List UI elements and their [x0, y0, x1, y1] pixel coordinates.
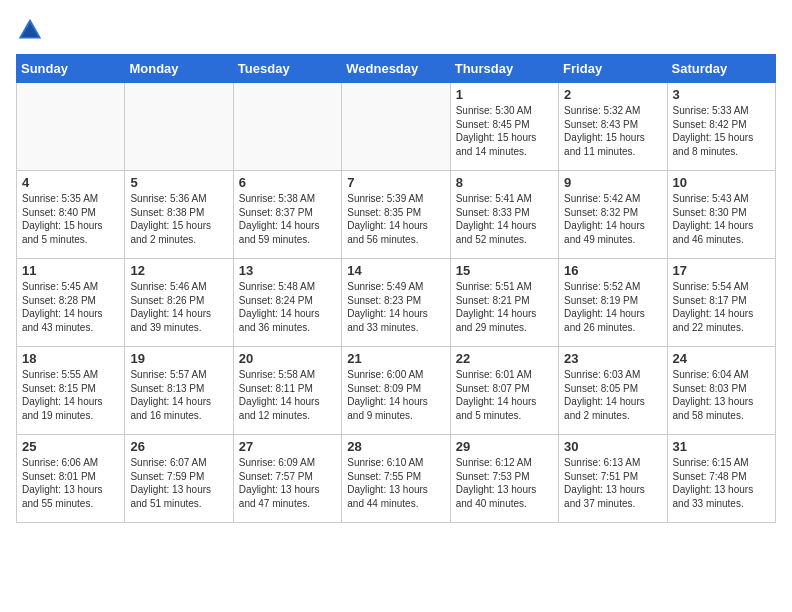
calendar-cell: 8Sunrise: 5:41 AM Sunset: 8:33 PM Daylig…	[450, 171, 558, 259]
day-info: Sunrise: 5:46 AM Sunset: 8:26 PM Dayligh…	[130, 280, 227, 334]
day-info: Sunrise: 6:07 AM Sunset: 7:59 PM Dayligh…	[130, 456, 227, 510]
day-info: Sunrise: 5:54 AM Sunset: 8:17 PM Dayligh…	[673, 280, 770, 334]
day-number: 28	[347, 439, 444, 454]
day-number: 5	[130, 175, 227, 190]
day-number: 16	[564, 263, 661, 278]
day-number: 3	[673, 87, 770, 102]
day-number: 21	[347, 351, 444, 366]
day-info: Sunrise: 5:51 AM Sunset: 8:21 PM Dayligh…	[456, 280, 553, 334]
calendar-cell: 5Sunrise: 5:36 AM Sunset: 8:38 PM Daylig…	[125, 171, 233, 259]
day-info: Sunrise: 5:43 AM Sunset: 8:30 PM Dayligh…	[673, 192, 770, 246]
day-info: Sunrise: 5:38 AM Sunset: 8:37 PM Dayligh…	[239, 192, 336, 246]
day-info: Sunrise: 5:45 AM Sunset: 8:28 PM Dayligh…	[22, 280, 119, 334]
calendar-cell	[342, 83, 450, 171]
calendar-week-2: 4Sunrise: 5:35 AM Sunset: 8:40 PM Daylig…	[17, 171, 776, 259]
day-info: Sunrise: 6:04 AM Sunset: 8:03 PM Dayligh…	[673, 368, 770, 422]
day-info: Sunrise: 5:48 AM Sunset: 8:24 PM Dayligh…	[239, 280, 336, 334]
day-info: Sunrise: 6:09 AM Sunset: 7:57 PM Dayligh…	[239, 456, 336, 510]
day-info: Sunrise: 6:03 AM Sunset: 8:05 PM Dayligh…	[564, 368, 661, 422]
calendar-cell: 2Sunrise: 5:32 AM Sunset: 8:43 PM Daylig…	[559, 83, 667, 171]
day-info: Sunrise: 5:30 AM Sunset: 8:45 PM Dayligh…	[456, 104, 553, 158]
day-number: 26	[130, 439, 227, 454]
calendar-cell: 28Sunrise: 6:10 AM Sunset: 7:55 PM Dayli…	[342, 435, 450, 523]
day-info: Sunrise: 5:35 AM Sunset: 8:40 PM Dayligh…	[22, 192, 119, 246]
day-header-sunday: Sunday	[17, 55, 125, 83]
calendar-cell: 17Sunrise: 5:54 AM Sunset: 8:17 PM Dayli…	[667, 259, 775, 347]
calendar-cell: 1Sunrise: 5:30 AM Sunset: 8:45 PM Daylig…	[450, 83, 558, 171]
calendar-header-row: SundayMondayTuesdayWednesdayThursdayFrid…	[17, 55, 776, 83]
day-info: Sunrise: 6:06 AM Sunset: 8:01 PM Dayligh…	[22, 456, 119, 510]
calendar-cell: 30Sunrise: 6:13 AM Sunset: 7:51 PM Dayli…	[559, 435, 667, 523]
calendar-cell: 22Sunrise: 6:01 AM Sunset: 8:07 PM Dayli…	[450, 347, 558, 435]
calendar-cell: 27Sunrise: 6:09 AM Sunset: 7:57 PM Dayli…	[233, 435, 341, 523]
day-number: 31	[673, 439, 770, 454]
calendar-cell	[125, 83, 233, 171]
day-number: 25	[22, 439, 119, 454]
day-info: Sunrise: 5:49 AM Sunset: 8:23 PM Dayligh…	[347, 280, 444, 334]
calendar-cell: 19Sunrise: 5:57 AM Sunset: 8:13 PM Dayli…	[125, 347, 233, 435]
day-number: 14	[347, 263, 444, 278]
day-header-tuesday: Tuesday	[233, 55, 341, 83]
day-header-friday: Friday	[559, 55, 667, 83]
day-number: 19	[130, 351, 227, 366]
calendar-cell: 24Sunrise: 6:04 AM Sunset: 8:03 PM Dayli…	[667, 347, 775, 435]
calendar-cell: 18Sunrise: 5:55 AM Sunset: 8:15 PM Dayli…	[17, 347, 125, 435]
day-number: 2	[564, 87, 661, 102]
day-number: 10	[673, 175, 770, 190]
day-info: Sunrise: 6:13 AM Sunset: 7:51 PM Dayligh…	[564, 456, 661, 510]
calendar-cell: 4Sunrise: 5:35 AM Sunset: 8:40 PM Daylig…	[17, 171, 125, 259]
day-info: Sunrise: 6:01 AM Sunset: 8:07 PM Dayligh…	[456, 368, 553, 422]
day-info: Sunrise: 5:52 AM Sunset: 8:19 PM Dayligh…	[564, 280, 661, 334]
day-number: 1	[456, 87, 553, 102]
day-info: Sunrise: 5:33 AM Sunset: 8:42 PM Dayligh…	[673, 104, 770, 158]
day-number: 22	[456, 351, 553, 366]
day-number: 12	[130, 263, 227, 278]
logo-icon	[16, 16, 44, 44]
calendar-cell: 26Sunrise: 6:07 AM Sunset: 7:59 PM Dayli…	[125, 435, 233, 523]
calendar-cell	[17, 83, 125, 171]
day-number: 7	[347, 175, 444, 190]
day-number: 30	[564, 439, 661, 454]
calendar-cell: 15Sunrise: 5:51 AM Sunset: 8:21 PM Dayli…	[450, 259, 558, 347]
calendar-table: SundayMondayTuesdayWednesdayThursdayFrid…	[16, 54, 776, 523]
day-info: Sunrise: 5:39 AM Sunset: 8:35 PM Dayligh…	[347, 192, 444, 246]
day-header-monday: Monday	[125, 55, 233, 83]
calendar-cell: 31Sunrise: 6:15 AM Sunset: 7:48 PM Dayli…	[667, 435, 775, 523]
day-info: Sunrise: 5:36 AM Sunset: 8:38 PM Dayligh…	[130, 192, 227, 246]
day-number: 18	[22, 351, 119, 366]
day-info: Sunrise: 5:57 AM Sunset: 8:13 PM Dayligh…	[130, 368, 227, 422]
day-number: 20	[239, 351, 336, 366]
calendar-cell: 7Sunrise: 5:39 AM Sunset: 8:35 PM Daylig…	[342, 171, 450, 259]
calendar-cell: 6Sunrise: 5:38 AM Sunset: 8:37 PM Daylig…	[233, 171, 341, 259]
day-number: 13	[239, 263, 336, 278]
day-info: Sunrise: 5:55 AM Sunset: 8:15 PM Dayligh…	[22, 368, 119, 422]
day-info: Sunrise: 6:15 AM Sunset: 7:48 PM Dayligh…	[673, 456, 770, 510]
day-info: Sunrise: 6:10 AM Sunset: 7:55 PM Dayligh…	[347, 456, 444, 510]
calendar-cell: 29Sunrise: 6:12 AM Sunset: 7:53 PM Dayli…	[450, 435, 558, 523]
calendar-cell: 21Sunrise: 6:00 AM Sunset: 8:09 PM Dayli…	[342, 347, 450, 435]
day-number: 15	[456, 263, 553, 278]
day-header-thursday: Thursday	[450, 55, 558, 83]
calendar-cell: 25Sunrise: 6:06 AM Sunset: 8:01 PM Dayli…	[17, 435, 125, 523]
logo	[16, 16, 48, 44]
day-number: 17	[673, 263, 770, 278]
day-number: 8	[456, 175, 553, 190]
calendar-cell: 12Sunrise: 5:46 AM Sunset: 8:26 PM Dayli…	[125, 259, 233, 347]
day-number: 11	[22, 263, 119, 278]
calendar-cell: 23Sunrise: 6:03 AM Sunset: 8:05 PM Dayli…	[559, 347, 667, 435]
day-number: 29	[456, 439, 553, 454]
calendar-cell: 3Sunrise: 5:33 AM Sunset: 8:42 PM Daylig…	[667, 83, 775, 171]
day-info: Sunrise: 5:58 AM Sunset: 8:11 PM Dayligh…	[239, 368, 336, 422]
day-header-wednesday: Wednesday	[342, 55, 450, 83]
day-number: 24	[673, 351, 770, 366]
calendar-cell: 14Sunrise: 5:49 AM Sunset: 8:23 PM Dayli…	[342, 259, 450, 347]
day-info: Sunrise: 6:12 AM Sunset: 7:53 PM Dayligh…	[456, 456, 553, 510]
calendar-cell: 20Sunrise: 5:58 AM Sunset: 8:11 PM Dayli…	[233, 347, 341, 435]
calendar-week-5: 25Sunrise: 6:06 AM Sunset: 8:01 PM Dayli…	[17, 435, 776, 523]
calendar-week-4: 18Sunrise: 5:55 AM Sunset: 8:15 PM Dayli…	[17, 347, 776, 435]
day-number: 23	[564, 351, 661, 366]
day-info: Sunrise: 5:32 AM Sunset: 8:43 PM Dayligh…	[564, 104, 661, 158]
calendar-week-3: 11Sunrise: 5:45 AM Sunset: 8:28 PM Dayli…	[17, 259, 776, 347]
calendar-cell: 10Sunrise: 5:43 AM Sunset: 8:30 PM Dayli…	[667, 171, 775, 259]
page-header	[16, 16, 776, 44]
